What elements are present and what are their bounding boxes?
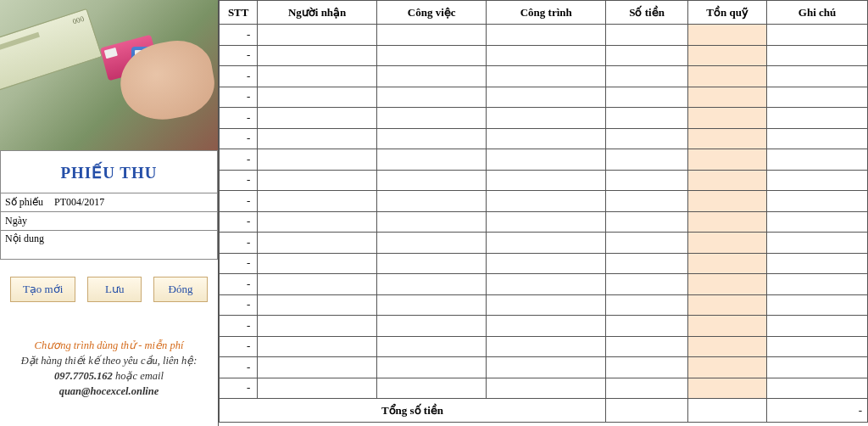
save-button[interactable]: Lưu <box>87 277 142 302</box>
cell-amount[interactable] <box>605 316 687 337</box>
cell-project[interactable] <box>487 108 605 129</box>
cell-fund[interactable] <box>688 108 767 129</box>
cell-fund[interactable] <box>688 357 767 378</box>
table-row[interactable]: - <box>220 191 868 212</box>
cell-job[interactable] <box>376 378 487 399</box>
cell-job[interactable] <box>376 191 487 212</box>
cell-amount[interactable] <box>605 233 687 254</box>
cell-amount[interactable] <box>605 87 687 108</box>
cell-project[interactable] <box>487 253 605 274</box>
cell-note[interactable] <box>767 149 868 171</box>
cell-note[interactable] <box>767 274 868 295</box>
cell-job[interactable] <box>376 108 487 129</box>
cell-project[interactable] <box>487 45 605 66</box>
cell-recipient[interactable] <box>258 253 376 274</box>
cell-note[interactable] <box>767 253 868 274</box>
cell-job[interactable] <box>376 25 487 46</box>
content-value[interactable] <box>50 231 217 234</box>
cell-amount[interactable] <box>605 191 687 212</box>
cell-stt[interactable]: - <box>220 149 258 171</box>
cell-note[interactable] <box>767 233 868 254</box>
cell-job[interactable] <box>376 66 487 87</box>
cell-recipient[interactable] <box>258 294 376 316</box>
cell-recipient[interactable] <box>258 108 376 129</box>
cell-amount[interactable] <box>605 253 687 274</box>
cell-stt[interactable]: - <box>220 211 258 233</box>
cell-fund[interactable] <box>688 336 767 357</box>
close-button[interactable]: Đóng <box>153 277 208 302</box>
table-row[interactable]: - <box>220 128 868 149</box>
cell-job[interactable] <box>376 211 487 233</box>
cell-amount[interactable] <box>605 378 687 399</box>
cell-stt[interactable]: - <box>220 357 258 378</box>
cell-job[interactable] <box>376 294 487 316</box>
cell-recipient[interactable] <box>258 274 376 295</box>
cell-job[interactable] <box>376 316 487 337</box>
cell-fund[interactable] <box>688 274 767 295</box>
table-row[interactable]: - <box>220 316 868 337</box>
table-row[interactable]: - <box>220 211 868 233</box>
cell-stt[interactable]: - <box>220 294 258 316</box>
cell-project[interactable] <box>487 211 605 233</box>
table-row[interactable]: - <box>220 108 868 129</box>
cell-stt[interactable]: - <box>220 191 258 212</box>
cell-fund[interactable] <box>688 294 767 316</box>
cell-fund[interactable] <box>688 128 767 149</box>
cell-fund[interactable] <box>688 87 767 108</box>
cell-stt[interactable]: - <box>220 233 258 254</box>
cell-fund[interactable] <box>688 149 767 171</box>
table-row[interactable]: - <box>220 25 868 46</box>
cell-recipient[interactable] <box>258 357 376 378</box>
cell-job[interactable] <box>376 233 487 254</box>
cell-fund[interactable] <box>688 66 767 87</box>
cell-fund[interactable] <box>688 170 767 191</box>
cell-stt[interactable]: - <box>220 378 258 399</box>
cell-note[interactable] <box>767 294 868 316</box>
cell-stt[interactable]: - <box>220 336 258 357</box>
table-row[interactable]: - <box>220 45 868 66</box>
cell-note[interactable] <box>767 378 868 399</box>
cell-job[interactable] <box>376 170 487 191</box>
cell-recipient[interactable] <box>258 378 376 399</box>
cell-fund[interactable] <box>688 378 767 399</box>
cell-project[interactable] <box>487 170 605 191</box>
cell-amount[interactable] <box>605 149 687 171</box>
cell-recipient[interactable] <box>258 233 376 254</box>
cell-project[interactable] <box>487 274 605 295</box>
receipt-no-value[interactable]: PT004/2017 <box>50 194 217 210</box>
cell-note[interactable] <box>767 45 868 66</box>
table-row[interactable]: - <box>220 357 868 378</box>
cell-project[interactable] <box>487 128 605 149</box>
date-value[interactable] <box>50 220 217 223</box>
cell-stt[interactable]: - <box>220 128 258 149</box>
cell-job[interactable] <box>376 336 487 357</box>
table-row[interactable]: - <box>220 66 868 87</box>
cell-note[interactable] <box>767 211 868 233</box>
cell-amount[interactable] <box>605 25 687 46</box>
cell-note[interactable] <box>767 25 868 46</box>
cell-recipient[interactable] <box>258 25 376 46</box>
table-row[interactable]: - <box>220 274 868 295</box>
table-row[interactable]: - <box>220 170 868 191</box>
cell-project[interactable] <box>487 357 605 378</box>
cell-fund[interactable] <box>688 25 767 46</box>
cell-amount[interactable] <box>605 128 687 149</box>
cell-note[interactable] <box>767 170 868 191</box>
cell-note[interactable] <box>767 87 868 108</box>
table-row[interactable]: - <box>220 294 868 316</box>
cell-recipient[interactable] <box>258 45 376 66</box>
table-row[interactable]: - <box>220 378 868 399</box>
cell-note[interactable] <box>767 357 868 378</box>
table-row[interactable]: - <box>220 253 868 274</box>
cell-project[interactable] <box>487 25 605 46</box>
cell-amount[interactable] <box>605 294 687 316</box>
cell-project[interactable] <box>487 378 605 399</box>
cell-job[interactable] <box>376 87 487 108</box>
cell-fund[interactable] <box>688 191 767 212</box>
cell-amount[interactable] <box>605 336 687 357</box>
cell-recipient[interactable] <box>258 211 376 233</box>
table-row[interactable]: - <box>220 87 868 108</box>
cell-amount[interactable] <box>605 274 687 295</box>
cell-job[interactable] <box>376 45 487 66</box>
cell-project[interactable] <box>487 316 605 337</box>
